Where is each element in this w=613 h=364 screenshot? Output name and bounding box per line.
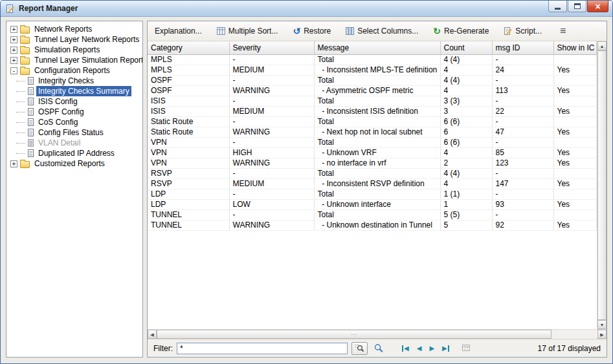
cell-count[interactable]: 1 (1) <box>440 189 492 199</box>
cell-severity[interactable]: - <box>229 116 314 127</box>
cell-message[interactable]: - Unknown VRF <box>314 147 440 158</box>
cell-msg-id[interactable]: 92 <box>492 220 553 230</box>
cell-show-in-ic[interactable]: Yes <box>553 147 597 158</box>
scroll-left-button[interactable]: ◀ <box>148 330 157 339</box>
cell-show-in-ic[interactable] <box>553 137 597 147</box>
close-button[interactable] <box>587 1 608 12</box>
cell-severity[interactable]: MEDIUM <box>229 178 314 189</box>
cell-message[interactable]: - Inconsistent ISIS definition <box>314 106 440 116</box>
cell-severity[interactable]: WARNING <box>229 127 314 137</box>
cell-show-in-ic[interactable]: Yes <box>553 199 597 209</box>
cell-message[interactable]: - Unknown destination in Tunnel <box>314 220 440 230</box>
cell-show-in-ic[interactable]: Yes <box>553 85 597 96</box>
cell-msg-id[interactable]: 24 <box>492 65 553 75</box>
zoom-select-button[interactable] <box>351 342 368 355</box>
cell-msg-id[interactable]: 123 <box>492 158 553 168</box>
cell-msg-id[interactable]: - <box>492 54 553 65</box>
toolbar-button-explanation[interactable]: Explanation... <box>153 25 204 37</box>
titlebar[interactable]: Report Manager <box>1 1 612 17</box>
cell-count[interactable]: 4 <box>440 65 492 75</box>
cell-show-in-ic[interactable] <box>553 189 597 199</box>
column-header-show-in-ic[interactable]: Show in IC <box>553 41 597 54</box>
column-header-count[interactable]: Count <box>440 41 492 54</box>
cell-severity[interactable]: MEDIUM <box>229 106 314 116</box>
cell-category[interactable]: RSVP <box>148 178 229 189</box>
cell-severity[interactable]: WARNING <box>229 158 314 168</box>
cell-category[interactable]: MPLS <box>148 65 229 75</box>
cell-message[interactable]: - Inconsistent RSVP definition <box>314 178 440 189</box>
cell-severity[interactable]: - <box>229 96 314 106</box>
toolbar-button-multiple-sort[interactable]: Multiple Sort... <box>215 25 280 37</box>
cell-message[interactable]: - no interface in vrf <box>314 158 440 168</box>
cell-msg-id[interactable]: 22 <box>492 106 553 116</box>
cell-msg-id[interactable]: 147 <box>492 178 553 189</box>
tree-item-integrity-checks-summary[interactable]: Integrity Checks Summary <box>6 86 142 96</box>
cell-severity[interactable]: - <box>229 137 314 147</box>
cell-msg-id[interactable]: - <box>492 209 553 220</box>
search-button[interactable] <box>372 343 386 353</box>
cell-message[interactable]: - Next hop not in local subnet <box>314 127 440 137</box>
maximize-button[interactable] <box>568 1 586 12</box>
first-page-button[interactable]: ◀ <box>400 345 411 352</box>
cell-message[interactable]: Total <box>314 116 440 127</box>
column-header-severity[interactable]: Severity <box>229 41 314 54</box>
cell-count[interactable]: 4 (4) <box>440 168 492 178</box>
cell-category[interactable]: Static Route <box>148 127 229 137</box>
cell-show-in-ic[interactable] <box>553 209 597 220</box>
cell-count[interactable]: 3 (3) <box>440 96 492 106</box>
cell-msg-id[interactable]: - <box>492 116 553 127</box>
expand-icon[interactable]: + <box>10 47 17 54</box>
cell-severity[interactable]: - <box>229 75 314 85</box>
cell-message[interactable]: Total <box>314 209 440 220</box>
expand-icon[interactable]: + <box>10 57 17 64</box>
cell-count[interactable]: 4 (4) <box>440 54 492 65</box>
cell-show-in-ic[interactable]: Yes <box>553 220 597 230</box>
cell-category[interactable]: RSVP <box>148 168 229 178</box>
cell-msg-id[interactable]: 113 <box>492 85 553 96</box>
cell-msg-id[interactable]: - <box>492 189 553 199</box>
cell-show-in-ic[interactable] <box>553 96 597 106</box>
cell-severity[interactable]: MEDIUM <box>229 65 314 75</box>
cell-msg-id[interactable]: - <box>492 75 553 85</box>
cell-category[interactable]: OSPF <box>148 75 229 85</box>
cell-show-in-ic[interactable] <box>553 116 597 127</box>
cell-show-in-ic[interactable]: Yes <box>553 106 597 116</box>
cell-count[interactable]: 4 <box>440 147 492 158</box>
cell-category[interactable]: OSPF <box>148 85 229 96</box>
hamburger-menu-icon[interactable]: ≡ <box>560 27 566 35</box>
cell-show-in-ic[interactable] <box>553 75 597 85</box>
tree-item-duplicated-ip-address[interactable]: Duplicated IP Address <box>6 148 142 158</box>
toolbar-button-re-generate[interactable]: ↻Re-Generate <box>431 25 491 37</box>
cell-message[interactable]: Total <box>314 96 440 106</box>
cell-message[interactable]: Total <box>314 189 440 199</box>
cell-severity[interactable]: - <box>229 189 314 199</box>
cell-show-in-ic[interactable]: Yes <box>553 65 597 75</box>
cell-count[interactable]: 4 <box>440 178 492 189</box>
tree-item-vlan-detail[interactable]: VLAN Detail <box>6 138 142 148</box>
column-header-category[interactable]: Category <box>148 41 229 54</box>
cell-msg-id[interactable]: - <box>492 168 553 178</box>
report-grid-icon[interactable] <box>462 344 471 352</box>
cell-message[interactable]: - Asymmetric OSPF metric <box>314 85 440 96</box>
cell-severity[interactable]: - <box>229 54 314 65</box>
cell-message[interactable]: Total <box>314 54 440 65</box>
cell-message[interactable]: Total <box>314 75 440 85</box>
cell-category[interactable]: VPN <box>148 158 229 168</box>
cell-category[interactable]: ISIS <box>148 96 229 106</box>
cell-show-in-ic[interactable] <box>553 54 597 65</box>
tree-item-ospf-config[interactable]: OSPF Config <box>6 107 142 117</box>
cell-category[interactable]: LDP <box>148 189 229 199</box>
cell-msg-id[interactable]: - <box>492 96 553 106</box>
cell-message[interactable]: - Inconsistent MPLS-TE definition <box>314 65 440 75</box>
cell-category[interactable]: VPN <box>148 137 229 147</box>
last-page-button[interactable]: ▶ <box>440 345 451 352</box>
scroll-up-button[interactable]: ▲ <box>597 41 607 50</box>
cell-count[interactable]: 3 <box>440 106 492 116</box>
cell-msg-id[interactable]: 47 <box>492 127 553 137</box>
vertical-scrollbar-thumb[interactable] <box>597 50 607 320</box>
horizontal-scrollbar[interactable]: ◀ ⋯ ▶ <box>148 329 607 339</box>
tree-item-configuration-reports[interactable]: -Configuration Reports <box>6 65 142 76</box>
cell-severity[interactable]: LOW <box>229 199 314 209</box>
cell-category[interactable]: TUNNEL <box>148 209 229 220</box>
toolbar-button-select-columns[interactable]: Select Columns... <box>344 25 420 37</box>
